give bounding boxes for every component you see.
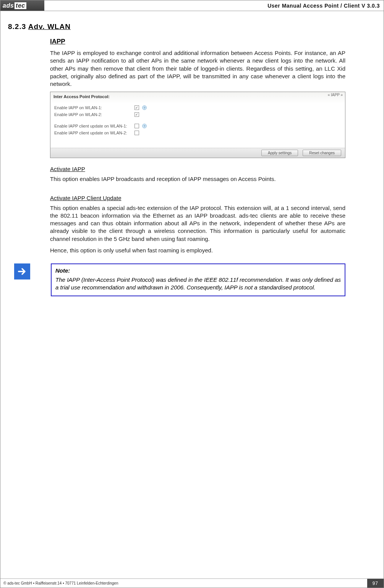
- client-update-text: This option enables a special ads-tec ex…: [50, 204, 345, 243]
- panel-body: Enable IAPP on WLAN-1: ✓ ? Enable IAPP o…: [50, 104, 345, 148]
- apply-button[interactable]: Apply settings: [261, 150, 298, 156]
- note-box: Note: The IAPP (Inter-Access Point Proto…: [51, 263, 345, 296]
- note-label: Note:: [55, 267, 341, 274]
- reset-button[interactable]: Reset changes: [303, 150, 341, 156]
- panel-footer: Apply settings Reset changes: [50, 148, 345, 158]
- section-title: Adv. WLAN: [28, 23, 71, 31]
- panel-header: Inter Access Point Protocol:: [50, 92, 345, 104]
- iapp-panel: « IAPP » Inter Access Point Protocol: En…: [50, 92, 345, 158]
- panel-label: Enable IAPP client update on WLAN-1:: [54, 124, 134, 128]
- note-row: Note: The IAPP (Inter-Access Point Proto…: [14, 263, 345, 296]
- footer: © ads-tec GmbH • Raiffeisenstr.14 • 7077…: [0, 578, 384, 588]
- logo-tec: tec: [15, 2, 26, 9]
- panel-row: Enable IAPP on WLAN-2: ✓: [54, 111, 341, 118]
- top-header: ads tec User Manual Access Point / Clien…: [0, 0, 384, 11]
- activate-iapp-text: This option enables IAPP broadcasts and …: [50, 175, 345, 183]
- arrow-icon: [14, 263, 30, 279]
- panel-tag: « IAPP »: [328, 93, 343, 97]
- iapp-heading: IAPP: [50, 38, 345, 45]
- section-body: IAPP The IAPP is employed to exchange co…: [50, 38, 345, 254]
- panel-row: Enable IAPP client update on WLAN-1: ?: [54, 123, 341, 129]
- checkbox-icon[interactable]: [134, 124, 139, 128]
- client-update-text2: Hence, this option is only useful when f…: [50, 247, 345, 254]
- checkbox-icon[interactable]: ✓: [134, 105, 139, 110]
- document-title: User Manual Access Point / Client V 3.0.…: [44, 0, 384, 11]
- panel-row: Enable IAPP client update on WLAN-2:: [54, 129, 341, 136]
- help-icon[interactable]: ?: [142, 124, 147, 128]
- activate-iapp-heading: Activate IAPP: [50, 166, 345, 172]
- footer-copyright: © ads-tec GmbH • Raiffeisenstr.14 • 7077…: [0, 581, 118, 585]
- section-heading: 8.2.3 Adv. WLAN: [8, 23, 361, 31]
- client-update-heading: Activate IAPP Client Update: [50, 195, 345, 201]
- content: 8.2.3 Adv. WLAN IAPP The IAPP is employe…: [0, 11, 384, 296]
- logo-text: ads tec: [3, 2, 26, 9]
- logo-ads: ads: [3, 2, 14, 9]
- iapp-intro: The IAPP is employed to exchange control…: [50, 49, 345, 88]
- panel-row: Enable IAPP on WLAN-1: ✓ ?: [54, 104, 341, 111]
- section-number: 8.2.3: [8, 23, 26, 31]
- page-number: 97: [367, 579, 384, 588]
- note-text: The IAPP (Inter-Access Point Protocol) w…: [55, 276, 341, 292]
- page: ads tec User Manual Access Point / Clien…: [0, 0, 384, 588]
- panel-label: Enable IAPP on WLAN-1:: [54, 105, 134, 110]
- help-icon[interactable]: ?: [142, 105, 147, 110]
- panel-label: Enable IAPP on WLAN-2:: [54, 112, 134, 117]
- checkbox-icon[interactable]: [134, 131, 139, 135]
- logo: ads tec: [0, 0, 44, 11]
- panel-label: Enable IAPP client update on WLAN-2:: [54, 131, 134, 135]
- checkbox-icon[interactable]: ✓: [134, 112, 139, 117]
